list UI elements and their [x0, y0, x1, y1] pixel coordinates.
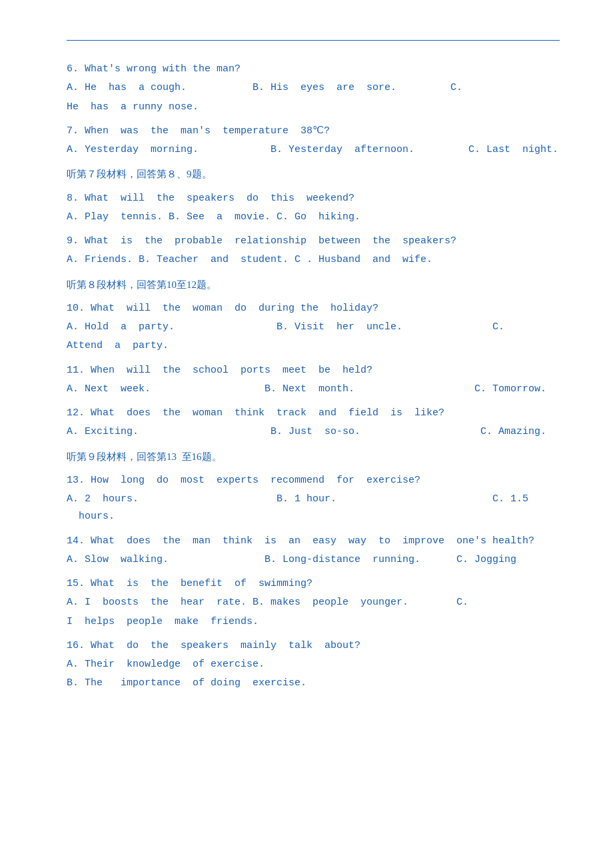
options-6-line1: A. He has a cough. B. His eyes are sore.…: [67, 79, 560, 97]
options-15-line2: I helps people make friends.: [67, 613, 560, 631]
options-10-line2: Attend a party.: [67, 337, 560, 355]
question-14: 14. What does the man think is an easy w…: [67, 533, 560, 550]
top-divider: [67, 40, 560, 41]
options-14: A. Slow walking. B. Long-distance runnin…: [67, 551, 560, 569]
exam-content: 6. What's wrong with the man? A. He has …: [67, 61, 560, 693]
options-8: A. Play tennis. B. See a movie. C. Go hi…: [67, 209, 560, 226]
options-6-line2: He has a runny nose.: [67, 99, 560, 116]
section-7-header: 听第７段材料，回答第８、9题。: [67, 165, 560, 183]
options-13: A. 2 hours. B. 1 hour. C. 1.5 hours.: [67, 491, 560, 526]
options-16-a: A. Their knowledge of exercise.: [67, 656, 560, 673]
options-16-b: B. The importance of doing exercise.: [67, 675, 560, 692]
question-15: 15. What is the benefit of swimming?: [67, 575, 560, 593]
options-12: A. Exciting. B. Just so-so. C. Amazing.: [67, 423, 560, 441]
options-10-line1: A. Hold a party. B. Visit her uncle. C.: [67, 319, 560, 336]
question-13: 13. How long do most experts recommend f…: [67, 472, 560, 489]
options-11: A. Next week. B. Next month. C. Tomorrow…: [67, 381, 560, 398]
question-9: 9. What is the probable relationship bet…: [67, 233, 560, 250]
options-7: A. Yesterday morning. B. Yesterday after…: [67, 141, 560, 159]
question-8: 8. What will the speakers do this weeken…: [67, 190, 560, 207]
options-15-line1: A. I boosts the hear rate. B. makes peop…: [67, 594, 560, 611]
question-10: 10. What will the woman do during the ho…: [67, 300, 560, 317]
question-16: 16. What do the speakers mainly talk abo…: [67, 637, 560, 655]
question-7: 7. When was the man's temperature 38℃?: [67, 123, 560, 140]
question-12: 12. What does the woman think track and …: [67, 405, 560, 422]
question-6: 6. What's wrong with the man?: [67, 61, 560, 78]
question-11: 11. When will the school ports meet be h…: [67, 362, 560, 379]
section-8-header: 听第８段材料，回答第10至12题。: [67, 276, 560, 293]
section-9-header: 听第９段材料，回答第13 至16题。: [67, 448, 560, 465]
options-9: A. Friends. B. Teacher and student. C . …: [67, 251, 560, 269]
